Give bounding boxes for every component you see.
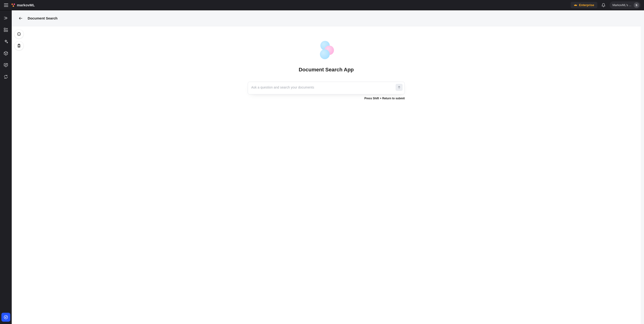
arrow-up-icon — [397, 85, 401, 89]
cube-icon — [4, 51, 8, 56]
nav-item-ai[interactable] — [3, 39, 8, 44]
floating-tools — [14, 30, 24, 50]
nav-item-branching[interactable] — [3, 16, 8, 21]
svg-point-5 — [13, 6, 14, 7]
enterprise-label: Enterprise — [579, 3, 594, 7]
question-input[interactable] — [251, 84, 393, 92]
svg-rect-6 — [4, 28, 6, 30]
svg-rect-8 — [6, 30, 8, 32]
help-fab-button[interactable] — [2, 313, 10, 322]
hero-title: Document Search App — [248, 67, 405, 73]
branch-icon — [4, 16, 8, 21]
brand-mark-icon — [11, 3, 16, 7]
sparkles-icon — [4, 39, 8, 44]
hero-illustration — [316, 40, 337, 62]
clipboard-chart-icon — [17, 44, 21, 48]
compass-icon — [4, 315, 8, 319]
body-wrap: Document Search — [0, 10, 644, 324]
report-tool-button[interactable] — [14, 41, 24, 50]
hamburger-icon — [4, 4, 8, 7]
svg-point-4 — [14, 4, 15, 5]
info-tool-button[interactable] — [14, 30, 24, 39]
search-box — [248, 82, 405, 94]
page-header: Document Search — [12, 10, 641, 26]
apps-grid-icon — [4, 28, 8, 32]
brand-name: markovML — [17, 3, 35, 7]
arrow-left-icon — [18, 16, 23, 21]
canvas: Document Search App Press Shift + Return… — [12, 26, 641, 324]
right-scrollbar-track[interactable] — [641, 10, 644, 324]
workspace-switcher[interactable]: MarkovML's ... S — [610, 2, 641, 9]
svg-rect-7 — [4, 30, 6, 32]
enterprise-badge[interactable]: Enterprise — [571, 2, 597, 8]
blob-icon — [320, 49, 330, 59]
nav-item-monitor[interactable] — [3, 62, 8, 68]
submit-button[interactable] — [396, 84, 402, 91]
left-nav-rail — [0, 10, 12, 324]
svg-marker-14 — [6, 317, 6, 318]
page-title: Document Search — [28, 16, 58, 20]
top-navbar: markovML Enterprise MarkovML's ... S — [0, 0, 644, 10]
avatar-initial: S — [636, 4, 637, 7]
bell-icon — [601, 3, 606, 7]
svg-point-18 — [19, 33, 19, 34]
submit-hint: Press Shift + Return to submit — [248, 97, 405, 100]
cycle-icon — [4, 74, 8, 79]
menu-toggle-button[interactable] — [3, 2, 9, 8]
workspace-label: MarkovML's ... — [612, 4, 631, 7]
monitor-chart-icon — [4, 63, 8, 67]
back-button[interactable] — [18, 16, 24, 21]
nav-item-apps[interactable] — [3, 27, 8, 32]
notifications-button[interactable] — [600, 2, 607, 9]
hero-block: Document Search App Press Shift + Return… — [248, 40, 405, 100]
info-icon — [17, 32, 21, 36]
nav-item-models[interactable] — [3, 51, 8, 56]
svg-point-13 — [4, 315, 8, 319]
crown-icon — [574, 4, 577, 7]
user-avatar: S — [634, 2, 639, 8]
main-area: Document Search — [12, 10, 641, 324]
brand-logo-block[interactable]: markovML — [11, 3, 35, 7]
svg-point-3 — [12, 4, 13, 5]
nav-item-cycle[interactable] — [3, 74, 8, 79]
